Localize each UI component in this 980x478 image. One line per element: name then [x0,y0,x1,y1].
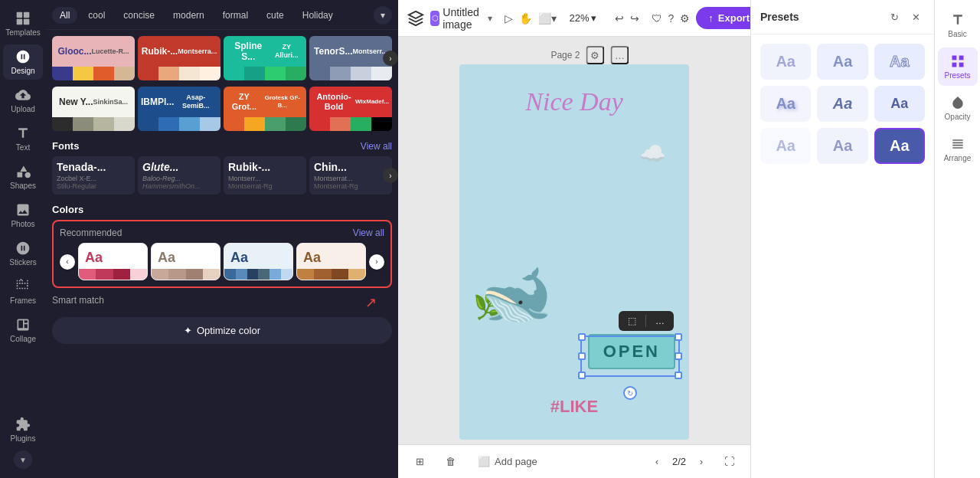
handle-ml[interactable] [578,352,586,360]
fullscreen-button[interactable]: ⛶ [717,450,741,474]
delete-page-button[interactable]: 🗑 [438,450,462,474]
canvas-nice-day-text[interactable]: Nice Day [525,87,622,116]
right-tab-presets[interactable]: Presets [938,47,978,86]
template-card-4[interactable]: TenorS...Montserr... [309,36,392,80]
template-grid-row2: New Y...SinkinSa... IBMPl...Asap-SemiB..… [52,87,392,131]
canvas-document: Nice Day ☁️ 🌿 🐋 ⬚ … OPEN [459,64,689,440]
sidebar-item-shapes[interactable]: Shapes [3,159,43,195]
filter-dropdown-button[interactable]: ▾ [374,6,392,25]
preset-item-7[interactable]: Aa [760,128,811,164]
handle-br[interactable] [675,372,682,379]
font-name-1: Tenada-... [57,161,130,173]
sidebar-item-collage[interactable]: Collage [3,313,43,348]
right-tab-arrange[interactable]: Arrange [938,130,978,169]
handle-mr[interactable] [675,352,682,360]
handle-tl[interactable] [578,333,586,341]
right-tab-opacity[interactable]: Opacity [938,89,978,127]
filter-tab-modern[interactable]: modern [165,7,212,24]
handle-tr[interactable] [675,333,682,341]
template-card-6[interactable]: IBMPl...Asap-SemiB... [138,87,220,131]
rotate-handle[interactable]: ↻ [623,386,637,400]
palette-card-1[interactable]: Aa [78,243,148,280]
presets-header-buttons: ↻ ✕ [885,8,925,26]
palette-card-2[interactable]: Aa [151,243,220,280]
document-title-area[interactable]: ⬡ Untitled image ▾ [430,6,492,31]
palette-nav-left[interactable]: ‹ [60,254,75,270]
export-button[interactable]: ↑ Export [696,7,750,29]
view-options-button[interactable]: ⬜▾ [538,6,557,31]
filter-tab-cute[interactable]: cute [259,7,292,24]
settings-button[interactable]: ⚙ [680,6,690,31]
sidebar-item-plugins[interactable]: Plugins [3,412,43,447]
collapse-sidebar-button[interactable]: ▼ [14,450,32,469]
preset-item-6[interactable]: Aa [874,86,925,122]
pointer-tool-button[interactable]: ▷ [505,6,513,31]
colors-view-all[interactable]: View all [353,228,384,238]
fonts-view-all[interactable]: View all [361,141,392,152]
filter-tab-concise[interactable]: concise [116,7,162,24]
help-button[interactable]: ? [668,6,675,31]
palette-aa-2: Aa [152,244,220,269]
undo-button[interactable]: ↩ [615,6,624,31]
presets-panel: Presets ↻ ✕ Aa Aa Aa Aa Aa Aa Aa Aa Aa [750,0,934,478]
zoom-control[interactable]: 22% ▾ [563,9,602,27]
template-card-1[interactable]: Glooc...Lucette-R... [52,36,135,80]
canvas-area[interactable]: Page 2 ⚙ … Nice Day ☁️ 🌿 🐋 ⬚ … OPEN [398,37,750,444]
page-more-button[interactable]: … [610,46,629,64]
preset-item-2[interactable]: Aa [817,44,867,80]
sidebar-item-templates[interactable]: Templates [3,6,43,41]
font-card-4[interactable]: Chin... Montserrat... Montserrat-Rg [309,156,392,195]
app-logo[interactable] [407,8,424,29]
sidebar-item-design[interactable]: Design [3,44,43,80]
next-page-button[interactable]: › [692,453,710,471]
filter-tab-cool[interactable]: cool [80,7,113,24]
canvas-open-text[interactable]: OPEN [588,334,675,369]
handle-bl[interactable] [578,372,586,379]
add-page-button[interactable]: ⬜ Add page [469,451,547,472]
redo-button[interactable]: ↪ [630,6,639,31]
colors-section-header: Colors [52,204,392,215]
palette-card-4[interactable]: Aa [296,243,366,280]
font-card-3[interactable]: Rubik-... Montserr... Montserrat-Rg [224,156,306,195]
export-icon: ↑ [708,12,714,24]
palette-card-3[interactable]: Aa [224,243,293,280]
preset-item-9[interactable]: Aa [874,128,925,164]
palette-aa-4: Aa [297,244,365,269]
preset-item-1[interactable]: Aa [760,44,811,80]
prev-page-button[interactable]: ‹ [648,453,666,471]
font-card-1[interactable]: Tenada-... Zocbel X-E... Stilu-Regular [52,156,135,195]
right-tab-basic[interactable]: Basic [938,6,978,44]
page-settings-button[interactable]: ⚙ [586,46,604,64]
preset-item-3[interactable]: Aa [874,44,925,80]
template-nav-arrow-right[interactable]: › [383,51,398,66]
template-card-3[interactable]: Spline S...ZY Alluri... [224,36,306,80]
hand-tool-button[interactable]: ✋ [519,6,532,31]
preset-item-5[interactable]: Aa [817,86,867,122]
template-card-8[interactable]: Antonio-BoldWixMadef... [309,87,392,131]
filter-tab-holiday[interactable]: Holiday [295,7,341,24]
font-sub2-1: Stilu-Regular [57,182,130,190]
preset-item-4[interactable]: Aa [760,86,811,122]
template-card-2[interactable]: Rubik-...Montserra... [138,36,220,80]
filter-tab-formal[interactable]: formal [215,7,256,24]
palette-nav-right[interactable]: › [369,254,384,270]
sidebar-item-photos[interactable]: Photos [3,198,43,233]
shield-icon-button[interactable]: 🛡 [652,6,662,31]
template-card-5[interactable]: New Y...SinkinSa... [52,87,135,131]
template-card-7[interactable]: ZY Grot...Grotesk GF-B... [224,87,306,131]
sidebar-item-stickers[interactable]: Stickers [3,236,43,271]
sidebar-item-frames[interactable]: Frames [3,274,43,309]
presets-close-button[interactable]: ✕ [906,8,925,26]
filter-tab-all[interactable]: All [52,7,77,24]
canvas-like-text[interactable]: #LIKE [550,397,598,417]
sidebar-item-text[interactable]: Text [3,121,43,156]
preset-item-8[interactable]: Aa [817,128,867,164]
font-card-2[interactable]: Glute... Baloo-Reg... HammersmithOn... [138,156,220,195]
context-menu-more-button[interactable]: … [652,314,668,328]
presets-refresh-button[interactable]: ↻ [885,8,903,26]
sidebar-item-upload[interactable]: Upload [3,83,43,118]
context-menu-frame-button[interactable]: ⬚ [625,314,639,328]
add-to-page-button[interactable]: ⊞ [407,450,432,474]
optimize-color-button[interactable]: ✦ Optimize color [52,317,392,344]
fonts-nav-arrow[interactable]: › [383,168,398,183]
